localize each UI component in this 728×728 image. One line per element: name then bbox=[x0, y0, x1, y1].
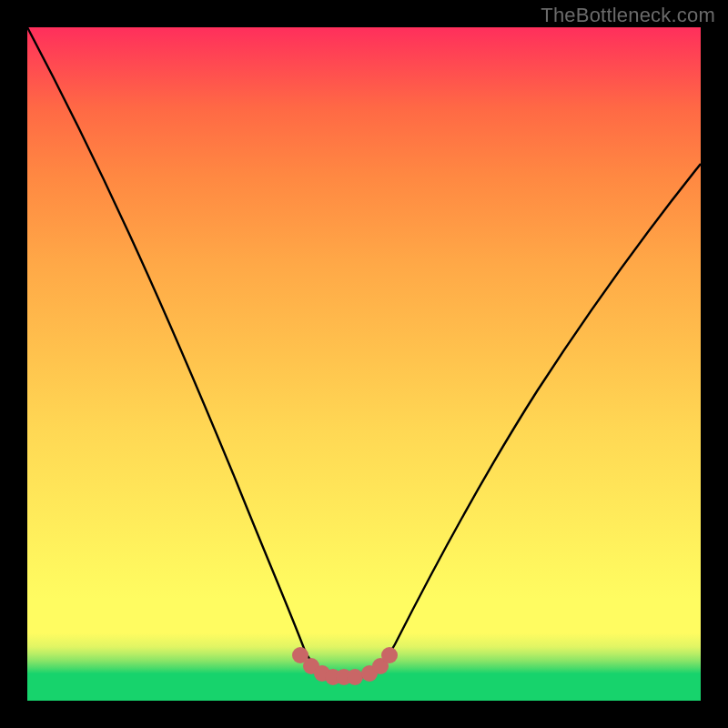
dip-dot bbox=[347, 669, 363, 685]
bottleneck-curve bbox=[27, 27, 701, 677]
curve-layer bbox=[27, 27, 701, 701]
chart-frame: TheBottleneck.com bbox=[0, 0, 728, 728]
watermark-text: TheBottleneck.com bbox=[541, 4, 715, 27]
dip-marker-group bbox=[292, 647, 398, 685]
plot-area bbox=[27, 27, 701, 701]
dip-dot bbox=[381, 647, 398, 663]
